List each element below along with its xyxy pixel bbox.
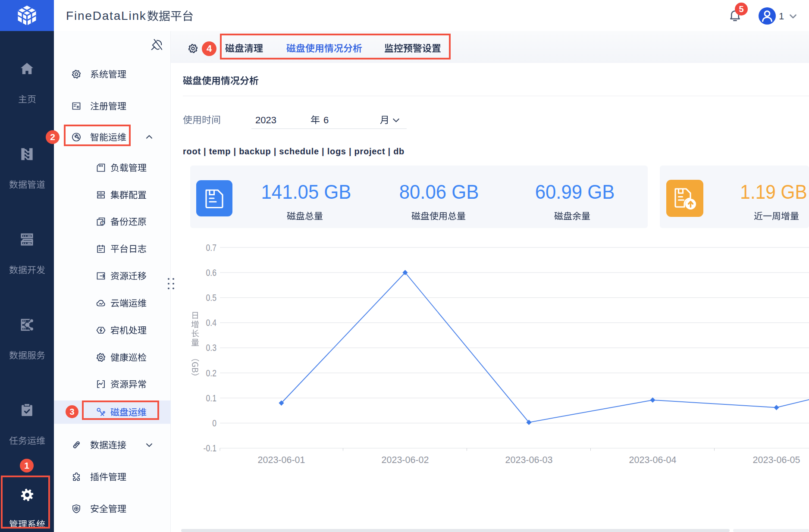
svg-text:2023-06-05: 2023-06-05 [753,454,800,465]
svg-text:2023-06-02: 2023-06-02 [382,454,429,465]
svg-text:0.2: 0.2 [206,368,217,379]
svg-text:0.6: 0.6 [206,267,217,278]
svg-text:0.7: 0.7 [206,242,217,253]
svg-text:0.3: 0.3 [206,342,217,353]
svg-text:2023-06-04: 2023-06-04 [629,454,677,465]
svg-text:2023-06-01: 2023-06-01 [258,454,305,465]
svg-text:2023-06-03: 2023-06-03 [505,454,553,465]
svg-text:0: 0 [212,418,216,429]
svg-text:0.4: 0.4 [206,317,217,328]
svg-text:0.1: 0.1 [206,393,217,404]
svg-text:-0.1: -0.1 [204,443,217,454]
svg-text:0.5: 0.5 [206,292,217,303]
svg-text:5: 5 [101,221,103,225]
